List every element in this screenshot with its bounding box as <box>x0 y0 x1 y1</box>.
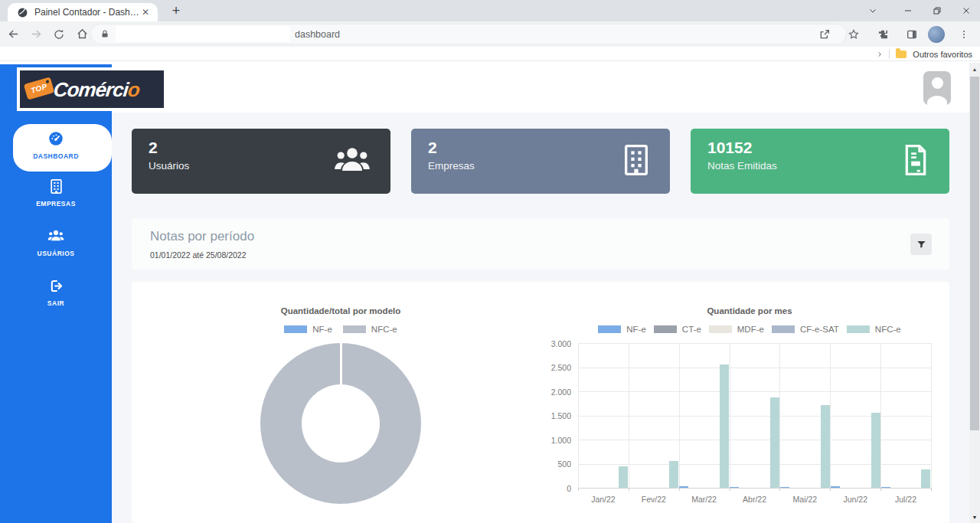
browser-toolbar: dashboard <box>0 21 980 47</box>
legend-item[interactable]: NFC-e <box>847 325 901 334</box>
gridline <box>779 343 780 488</box>
building-icon <box>621 142 652 181</box>
bar-NFC-e <box>921 469 930 488</box>
other-favorites-label[interactable]: Outros favoritos <box>913 50 972 59</box>
legend-item[interactable]: NFC-e <box>343 325 397 334</box>
folder-icon <box>896 51 906 58</box>
screen: Painel Contador - Dashboard ✕ + <box>0 0 980 523</box>
doughnut-chart-title: Quantidade/total por modelo <box>132 306 550 315</box>
bar-chart-plot: 3.0002.5002.0001.5001.0005000Jan/22Fev/2… <box>578 343 931 488</box>
window-restore-icon[interactable] <box>926 0 948 21</box>
tab-title: Painel Contador - Dashboard <box>34 7 139 18</box>
scrollbar-up-arrow-icon[interactable]: ▲ <box>969 64 980 74</box>
axis-tick <box>578 488 579 491</box>
stat-card-empresas: 2 Empresas <box>411 129 670 194</box>
panel-title: Notas por período <box>150 229 254 244</box>
bookmarks-overflow-chevron-icon[interactable] <box>877 51 883 57</box>
legend-item[interactable]: NF-e <box>598 325 646 334</box>
sidebar-item-sair[interactable]: SAIR <box>0 277 112 307</box>
reload-icon[interactable] <box>49 25 69 44</box>
stat-card-usuarios: 2 Usuários <box>132 129 390 194</box>
sign-out-icon <box>0 277 112 294</box>
dashboard-page: TOP Comércio DASHBOARD EMPRESAS USUÁRIOS <box>0 61 980 523</box>
gridline <box>629 343 629 488</box>
bar-NF-e <box>881 487 890 488</box>
bookmarks-separator <box>889 50 890 59</box>
bookmark-star-icon[interactable] <box>844 25 864 44</box>
window-minimize-icon[interactable] <box>897 0 919 21</box>
stat-label: Notas Emitidas <box>707 160 933 172</box>
legend-item[interactable]: CT-e <box>654 325 701 334</box>
axis-tick <box>931 488 932 491</box>
side-panel-icon[interactable] <box>902 25 922 44</box>
legend-label: CF-e-SAT <box>800 325 839 334</box>
x-tick-label: Mai/22 <box>779 495 830 504</box>
forward-icon[interactable] <box>26 25 46 44</box>
tab-search-chevron-icon[interactable] <box>862 0 884 21</box>
legend-label: NF-e <box>626 325 646 334</box>
gridline <box>830 343 831 488</box>
logo-background: TOP Comércio <box>20 70 164 108</box>
y-tick-label: 3.000 <box>541 339 571 348</box>
x-tick-label: Mar/22 <box>679 495 730 504</box>
bar-NF-e <box>780 487 789 488</box>
bar-NFC-e <box>770 397 779 488</box>
legend-item[interactable]: NF-e <box>284 325 332 334</box>
charts-panel: Quantidade/total por modelo NF-e NFC-e Q… <box>132 282 949 523</box>
stat-card-notas-emitidas: 10152 Notas Emitidas <box>691 129 949 194</box>
y-tick-label: 2.500 <box>541 363 571 372</box>
legend-item[interactable]: CF-e-SAT <box>772 325 839 334</box>
doughnut-legend: NF-e NFC-e <box>132 325 550 334</box>
gridline <box>730 343 730 488</box>
tab-close-icon[interactable]: ✕ <box>139 8 152 17</box>
scrollbar-thumb[interactable] <box>970 77 979 430</box>
x-tick-label: Jan/22 <box>578 495 629 504</box>
page-scrollbar[interactable]: ▲ ▼ <box>969 63 980 523</box>
kebab-menu-icon[interactable] <box>954 25 974 44</box>
legend-swatch <box>847 325 870 333</box>
home-icon[interactable] <box>72 25 92 44</box>
y-tick-label: 1.000 <box>541 436 571 445</box>
app-logo[interactable]: TOP Comércio <box>17 67 167 111</box>
url-redacted-area <box>116 26 290 42</box>
back-icon[interactable] <box>3 25 23 44</box>
sidebar-item-usuarios[interactable]: USUÁRIOS <box>0 227 112 257</box>
filter-button[interactable] <box>910 234 932 255</box>
user-avatar[interactable] <box>923 71 951 105</box>
scrollbar-down-arrow-icon[interactable]: ▼ <box>969 512 980 521</box>
x-tick-label: Jun/22 <box>830 495 880 504</box>
bar-NFC-e <box>720 364 729 488</box>
browser-tab[interactable]: Painel Contador - Dashboard ✕ <box>8 3 158 21</box>
legend-item[interactable]: MDF-e <box>709 325 764 334</box>
axis-tick <box>730 488 730 491</box>
share-icon[interactable] <box>815 25 835 44</box>
legend-swatch <box>598 325 621 333</box>
sidebar-item-label: USUÁRIOS <box>0 250 112 257</box>
sidebar-item-dashboard[interactable]: DASHBOARD <box>0 130 112 160</box>
speedometer-icon <box>0 130 112 147</box>
browser-profile-avatar[interactable] <box>928 26 945 43</box>
sidebar-item-label: SAIR <box>0 299 112 307</box>
gridline <box>578 343 579 488</box>
url-text: dashboard <box>295 29 340 40</box>
doughnut-segment-gap <box>340 343 342 386</box>
gridline <box>880 343 881 488</box>
panel-date-range: 01/01/2022 até 25/08/2022 <box>150 250 247 260</box>
legend-label: NFC-e <box>875 325 901 334</box>
extensions-puzzle-icon[interactable] <box>873 25 893 44</box>
y-tick-label: 1.500 <box>541 411 571 420</box>
axis-tick <box>830 488 831 491</box>
lock-icon <box>100 29 109 39</box>
bar-chart-title: Quantidade por mes <box>550 306 949 315</box>
window-close-icon[interactable] <box>956 0 977 21</box>
sidebar-item-empresas[interactable]: EMPRESAS <box>0 178 112 208</box>
gridline <box>931 343 932 488</box>
url-address-bar[interactable]: dashboard <box>90 24 847 44</box>
new-tab-button[interactable]: + <box>167 2 185 20</box>
sidebar-item-label: DASHBOARD <box>0 152 112 160</box>
toolbar-right-actions <box>812 21 974 47</box>
invoice-icon <box>900 142 931 181</box>
gridline <box>578 488 931 489</box>
browser-tabstrip: Painel Contador - Dashboard ✕ + <box>0 0 980 21</box>
bar-chart-legend: NF-e CT-e MDF-e CF-e-SAT NFC-e <box>550 325 949 334</box>
